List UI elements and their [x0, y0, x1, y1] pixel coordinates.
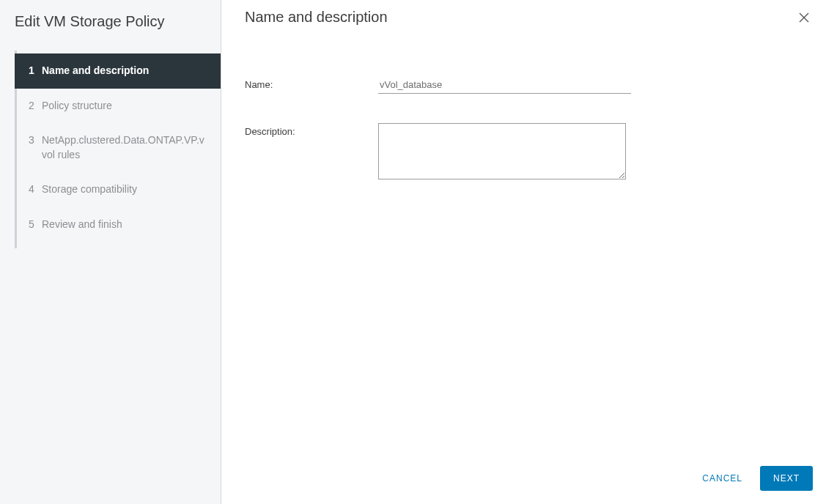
form-area: Name: Description: — [221, 32, 826, 209]
step-policy-structure[interactable]: 2 Policy structure — [17, 89, 221, 124]
step-netapp-vvol-rules[interactable]: 3 NetApp.clustered.Data.ONTAP.VP.vvol ru… — [17, 123, 221, 172]
close-icon — [798, 15, 810, 26]
step-review-and-finish[interactable]: 5 Review and finish — [17, 207, 221, 242]
description-input[interactable] — [378, 123, 626, 179]
step-number: 1 — [29, 64, 42, 78]
step-label: Policy structure — [42, 99, 212, 114]
main-header: Name and description — [221, 0, 826, 32]
step-number: 3 — [29, 133, 42, 148]
sidebar-title: Edit VM Storage Policy — [0, 13, 221, 51]
description-label: Description: — [245, 123, 378, 137]
page-title: Name and description — [245, 9, 388, 26]
cancel-button[interactable]: CANCEL — [698, 467, 747, 489]
step-number: 2 — [29, 99, 42, 114]
step-label: NetApp.clustered.Data.ONTAP.VP.vvol rule… — [42, 133, 212, 162]
name-input[interactable] — [378, 76, 631, 94]
wizard-steps: 1 Name and description 2 Policy structur… — [15, 51, 221, 248]
description-row: Description: — [245, 123, 803, 179]
step-label: Storage compatibility — [42, 182, 212, 197]
close-button[interactable] — [795, 9, 813, 26]
step-number: 5 — [29, 218, 42, 232]
step-label: Name and description — [42, 64, 212, 78]
name-row: Name: — [245, 76, 803, 94]
wizard-footer: CANCEL NEXT — [221, 466, 826, 504]
wizard-sidebar: Edit VM Storage Policy 1 Name and descri… — [0, 0, 221, 504]
step-number: 4 — [29, 182, 42, 197]
next-button[interactable]: NEXT — [760, 466, 813, 491]
step-label: Review and finish — [42, 218, 212, 232]
step-storage-compatibility[interactable]: 4 Storage compatibility — [17, 172, 221, 207]
name-label: Name: — [245, 76, 378, 90]
main-panel: Name and description Name: Description: … — [221, 0, 826, 504]
step-name-and-description[interactable]: 1 Name and description — [15, 53, 221, 89]
